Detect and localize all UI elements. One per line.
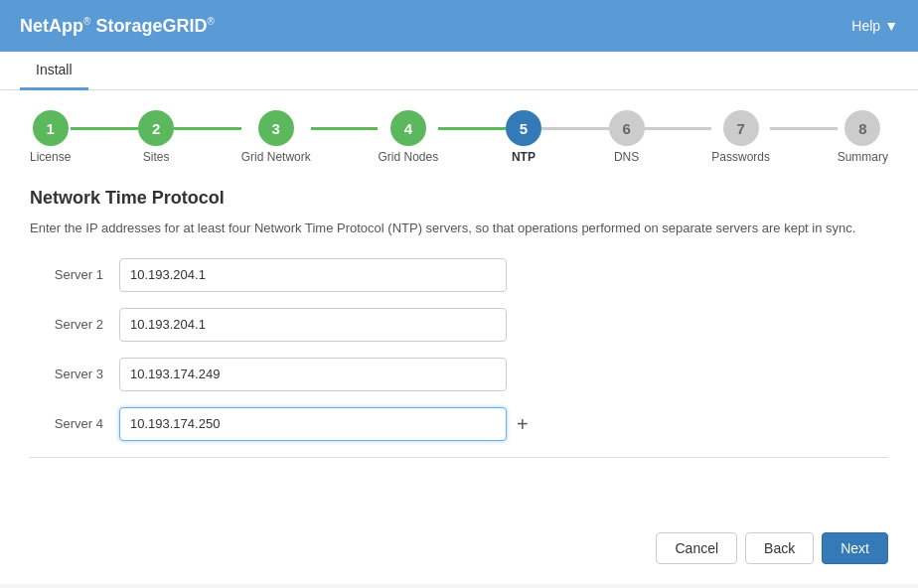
server-2-input[interactable] — [119, 308, 507, 342]
main-content: 1 License 2 Sites 3 Grid Network 4 Grid … — [0, 90, 918, 584]
server-3-input[interactable] — [119, 358, 507, 391]
server-1-label: Server 1 — [30, 267, 119, 282]
section-description: Enter the IP addresses for at least four… — [30, 219, 888, 238]
step-5[interactable]: 5 NTP — [506, 110, 541, 164]
step-2[interactable]: 2 Sites — [138, 110, 174, 164]
step-label-5: NTP — [512, 150, 536, 164]
connector-2-3 — [174, 127, 241, 130]
connector-3-4 — [311, 127, 379, 130]
connector-6-7 — [645, 127, 712, 130]
connector-4-5 — [438, 127, 506, 130]
connector-1-2 — [71, 127, 138, 130]
footer-divider — [30, 457, 888, 458]
cancel-button[interactable]: Cancel — [656, 532, 737, 564]
step-circle-3: 3 — [258, 110, 294, 146]
step-circle-8: 8 — [844, 110, 880, 146]
server-4-label: Server 4 — [30, 416, 119, 431]
step-1[interactable]: 1 License — [30, 110, 71, 164]
tab-install[interactable]: Install — [20, 52, 88, 90]
step-4[interactable]: 4 Grid Nodes — [378, 110, 438, 164]
step-3[interactable]: 3 Grid Network — [241, 110, 311, 164]
server-4-input[interactable] — [119, 407, 507, 441]
step-label-4: Grid Nodes — [378, 150, 438, 164]
step-label-6: DNS — [614, 150, 639, 164]
step-6[interactable]: 6 DNS — [609, 110, 645, 164]
step-circle-7: 7 — [723, 110, 759, 146]
server-1-row: Server 1 — [30, 258, 888, 292]
connector-5-6 — [541, 127, 609, 130]
step-circle-2: 2 — [138, 110, 174, 146]
footer-buttons: Cancel Back Next — [656, 532, 888, 564]
chevron-down-icon: ▼ — [884, 18, 898, 34]
server-4-row: Server 4 + — [30, 407, 888, 441]
server-3-label: Server 3 — [30, 367, 119, 381]
server-3-row: Server 3 — [30, 358, 888, 391]
step-label-2: Sites — [143, 150, 170, 164]
next-button[interactable]: Next — [822, 532, 888, 564]
step-circle-5: 5 — [506, 110, 541, 146]
help-button[interactable]: Help ▼ — [851, 18, 898, 34]
server-2-row: Server 2 — [30, 308, 888, 342]
back-button[interactable]: Back — [745, 532, 814, 564]
server-2-label: Server 2 — [30, 317, 119, 332]
header: NetApp® StorageGRID® Help ▼ — [0, 0, 918, 52]
step-circle-1: 1 — [33, 110, 69, 146]
tab-bar: Install — [0, 52, 918, 90]
step-label-7: Passwords — [711, 150, 770, 164]
step-circle-4: 4 — [390, 110, 426, 146]
step-label-3: Grid Network — [241, 150, 311, 164]
step-circle-6: 6 — [609, 110, 645, 146]
connector-7-8 — [770, 127, 838, 130]
add-server-button[interactable]: + — [517, 414, 529, 434]
stepper: 1 License 2 Sites 3 Grid Network 4 Grid … — [30, 110, 888, 164]
step-8[interactable]: 8 Summary — [838, 110, 888, 164]
server-1-input[interactable] — [119, 258, 507, 292]
app-title: NetApp® StorageGRID® — [20, 16, 215, 37]
step-label-8: Summary — [838, 150, 888, 164]
step-7[interactable]: 7 Passwords — [711, 110, 770, 164]
section-title: Network Time Protocol — [30, 188, 888, 209]
step-label-1: License — [30, 150, 71, 164]
